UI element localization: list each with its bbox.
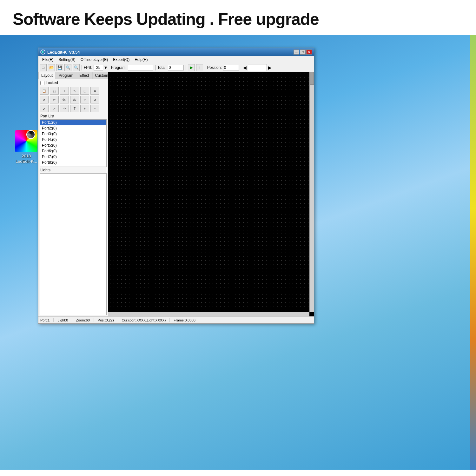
menu-export[interactable]: Export(Q) bbox=[110, 57, 132, 63]
window-controls: ─ □ ✕ bbox=[294, 50, 312, 55]
program-label: Program: bbox=[111, 65, 127, 70]
status-port: Port:1 bbox=[40, 318, 54, 322]
content-area: Layout Program Effect Custom ▸ Locked 📋 … bbox=[38, 72, 314, 316]
desktop-icon-lededit[interactable]: 2018 LedEdit-K... bbox=[12, 130, 41, 164]
tool-buttons-row3: ↙ ↗ >> T + − bbox=[38, 104, 108, 113]
tool-buttons-row2: ✕ ✂ dxf qb ↩ ↺ bbox=[38, 95, 108, 104]
title-bar: LedEdit-K_V3.54 ─ □ ✕ bbox=[38, 48, 314, 56]
port-list-header: Port List bbox=[38, 113, 108, 119]
status-zoom: Zoom:60 bbox=[76, 318, 94, 322]
tool-diag-dl[interactable]: ↙ bbox=[40, 105, 49, 112]
page-heading: Software Keeps Updating . Free upgrade bbox=[0, 0, 476, 35]
tool-plus[interactable]: + bbox=[80, 105, 89, 112]
tool-undo[interactable]: ↩ bbox=[80, 96, 89, 103]
lights-area bbox=[40, 173, 107, 315]
left-panel: Layout Program Effect Custom ▸ Locked 📋 … bbox=[38, 72, 108, 316]
tool-arrow[interactable]: ↖ bbox=[70, 87, 79, 95]
sep1 bbox=[82, 65, 82, 70]
tab-program[interactable]: Program bbox=[56, 72, 76, 79]
app-icon bbox=[40, 50, 45, 55]
scrollbar-vertical[interactable] bbox=[309, 72, 314, 312]
sep5 bbox=[205, 65, 205, 70]
port-list[interactable]: Port1:(0) Port2:(0) Port3:(0) Port4:(0) … bbox=[40, 119, 107, 167]
maximize-button[interactable]: □ bbox=[300, 50, 306, 55]
port-item-7[interactable]: Port7:(0) bbox=[40, 154, 106, 160]
menu-file[interactable]: File(E) bbox=[40, 57, 56, 63]
lights-section: Lights bbox=[38, 167, 108, 316]
tool-rect[interactable]: ⬚ bbox=[80, 87, 89, 95]
tool-delete[interactable]: ✕ bbox=[40, 96, 49, 103]
tool-qb[interactable]: qb bbox=[70, 96, 79, 103]
sep6 bbox=[241, 65, 241, 70]
tool-settings[interactable]: ⚙ bbox=[90, 87, 99, 95]
position-input[interactable] bbox=[223, 65, 239, 70]
tool-select[interactable]: ⬚ bbox=[50, 87, 59, 95]
toolbar-find1[interactable]: 🔍 bbox=[64, 64, 71, 71]
port-item-8[interactable]: Port8:(0) bbox=[40, 160, 106, 165]
tool-redo[interactable]: ↺ bbox=[90, 96, 99, 103]
locked-checkbox[interactable] bbox=[40, 81, 44, 85]
tool-text[interactable]: T bbox=[70, 105, 79, 112]
desktop-icon-year: 2018 bbox=[12, 154, 41, 159]
right-bar bbox=[470, 35, 476, 470]
menu-setting[interactable]: Setting(S) bbox=[56, 57, 78, 63]
status-bar: Port:1 Light:0 Zoom:60 Pos:(0,22) Cur:(p… bbox=[38, 316, 314, 323]
port-item-4[interactable]: Port4:(0) bbox=[40, 137, 106, 142]
total-input[interactable] bbox=[168, 65, 184, 70]
menu-help[interactable]: Help(H) bbox=[132, 57, 150, 63]
toolbar-open[interactable]: 📂 bbox=[48, 64, 55, 71]
sep4 bbox=[186, 65, 186, 70]
port-item-3[interactable]: Port3:(0) bbox=[40, 131, 106, 137]
canvas-dots[interactable] bbox=[108, 72, 314, 316]
window-title: LedEdit-K_V3.54 bbox=[47, 50, 294, 55]
port-item-6[interactable]: Port6:(0) bbox=[40, 148, 106, 154]
position-label: Position: bbox=[207, 65, 222, 70]
pause-button[interactable]: ⏸ bbox=[196, 64, 203, 71]
locked-area: Locked bbox=[38, 79, 108, 86]
tool-copy[interactable]: 📋 bbox=[40, 87, 49, 95]
port-item-1[interactable]: Port1:(0) bbox=[40, 120, 106, 125]
close-button[interactable]: ✕ bbox=[306, 50, 312, 55]
scrollbar-thumb-v[interactable] bbox=[310, 72, 314, 85]
menu-offline[interactable]: Offline player(E) bbox=[78, 57, 110, 63]
status-frame: Frame:0.0000 bbox=[174, 318, 199, 322]
app-window: LedEdit-K_V3.54 ─ □ ✕ File(E) Setting(S)… bbox=[38, 48, 314, 324]
tab-effect[interactable]: Effect bbox=[76, 72, 92, 79]
program-input[interactable] bbox=[128, 65, 153, 70]
tool-buttons-row1: 📋 ⬚ + ↖ ⬚ ⚙ bbox=[38, 86, 108, 95]
scrollbar-horizontal[interactable] bbox=[108, 312, 309, 316]
prev-btn[interactable]: ◀ bbox=[243, 65, 247, 70]
fps-input[interactable] bbox=[94, 65, 103, 70]
tab-layout[interactable]: Layout bbox=[38, 72, 56, 79]
total-label: Total: bbox=[157, 65, 167, 70]
tabs: Layout Program Effect Custom ▸ bbox=[38, 72, 108, 79]
toolbar-save[interactable]: 💾 bbox=[56, 64, 63, 71]
minimize-button[interactable]: ─ bbox=[294, 50, 299, 55]
tool-forward[interactable]: >> bbox=[60, 105, 69, 112]
status-cur: Cur:(port:XXXX,Light:XXXX) bbox=[122, 318, 170, 322]
sep3 bbox=[155, 65, 155, 70]
play-button[interactable]: ▶ bbox=[188, 64, 195, 71]
toolbar: □ 📂 💾 🔍 🔍 FPS: ▾ Program: Total: ▶ ⏸ Pos… bbox=[38, 63, 314, 72]
tool-add[interactable]: + bbox=[60, 87, 69, 95]
next-btn[interactable]: ▶ bbox=[268, 65, 272, 70]
status-pos: Pos:(0,22) bbox=[98, 318, 118, 322]
tool-minus[interactable]: − bbox=[90, 105, 99, 112]
status-light: Light:0 bbox=[57, 318, 72, 322]
locked-label: Locked bbox=[46, 81, 58, 85]
toolbar-slider[interactable] bbox=[248, 64, 267, 71]
lededit-icon bbox=[15, 130, 37, 152]
desktop: 2018 LedEdit-K... LedEdit-K_V3.54 ─ □ ✕ … bbox=[0, 35, 476, 470]
lights-header: Lights bbox=[38, 167, 108, 173]
tool-dxf[interactable]: dxf bbox=[60, 96, 69, 103]
tool-cut[interactable]: ✂ bbox=[50, 96, 59, 103]
port-item-2[interactable]: Port2:(0) bbox=[40, 125, 106, 131]
port-item-5[interactable]: Port5:(0) bbox=[40, 142, 106, 148]
canvas-area bbox=[108, 72, 314, 316]
menu-bar: File(E) Setting(S) Offline player(E) Exp… bbox=[38, 56, 314, 63]
tool-diag-ur[interactable]: ↗ bbox=[50, 105, 59, 112]
fps-label: FPS: bbox=[84, 65, 92, 70]
toolbar-find2[interactable]: 🔍 bbox=[73, 64, 80, 71]
fps-arrow[interactable]: ▾ bbox=[104, 64, 107, 70]
toolbar-new[interactable]: □ bbox=[40, 64, 47, 71]
